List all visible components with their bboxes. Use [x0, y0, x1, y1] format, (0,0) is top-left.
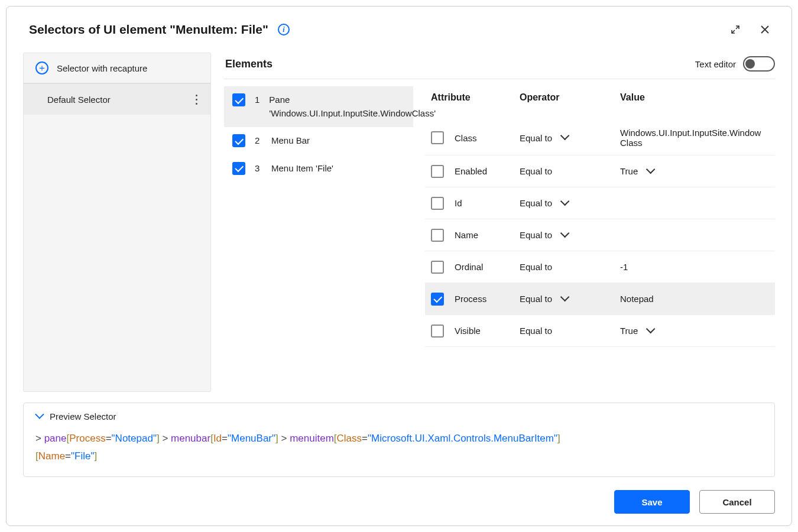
add-selector-label: Selector with recapture	[57, 63, 147, 73]
attribute-name: Class	[455, 133, 520, 143]
more-vertical-icon	[196, 93, 197, 106]
attribute-row[interactable]: VisibleEqual toTrue	[425, 315, 775, 347]
operator-cell[interactable]: Equal to	[520, 326, 620, 336]
attribute-name: Name	[455, 230, 520, 240]
attributes-panel: Attribute Operator Value ClassEqual toWi…	[413, 79, 775, 392]
operator-cell[interactable]: Equal to	[520, 294, 620, 304]
attribute-checkbox[interactable]	[431, 229, 444, 242]
element-row[interactable]: 1Pane 'Windows.UI.Input.InputSite.Window…	[224, 86, 413, 127]
operator-cell[interactable]: Equal to	[520, 166, 620, 176]
attribute-row[interactable]: OrdinalEqual to-1	[425, 251, 775, 283]
preview-heading: Preview Selector	[50, 411, 116, 421]
close-icon[interactable]	[755, 20, 775, 40]
sidebar-item-label: Default Selector	[47, 95, 111, 105]
operator-cell[interactable]: Equal to	[520, 133, 620, 143]
operator-cell[interactable]: Equal to	[520, 230, 620, 240]
chevron-down-icon[interactable]	[560, 199, 569, 207]
value-cell[interactable]: True	[620, 166, 769, 176]
operator-cell[interactable]: Equal to	[520, 198, 620, 208]
attribute-name: Visible	[455, 326, 520, 336]
preview-selector-panel: Preview Selector > pane[Process="Notepad…	[23, 403, 775, 477]
dialog-header: Selectors of UI element "MenuItem: File"…	[23, 16, 775, 46]
chevron-down-icon	[35, 412, 44, 420]
element-label: Pane 'Windows.UI.Input.InputSite.WindowC…	[269, 93, 436, 120]
plus-circle-icon: ＋	[35, 61, 48, 74]
cancel-button[interactable]: Cancel	[699, 490, 775, 514]
element-index: 2	[255, 134, 262, 145]
value-cell[interactable]: Windows.UI.Input.InputSite.WindowClass	[620, 128, 769, 148]
element-label: Menu Bar	[271, 134, 405, 148]
attribute-row[interactable]: ProcessEqual toNotepad	[425, 283, 775, 315]
more-options-button[interactable]	[188, 91, 205, 108]
add-selector-button[interactable]: ＋ Selector with recapture	[24, 53, 210, 84]
text-editor-label: Text editor	[695, 59, 736, 69]
col-value: Value	[620, 92, 769, 103]
element-row[interactable]: 3Menu Item 'File'	[224, 155, 413, 183]
operator-cell[interactable]: Equal to	[520, 262, 620, 272]
attribute-row[interactable]: ClassEqual toWindows.UI.Input.InputSite.…	[425, 121, 775, 155]
attribute-checkbox[interactable]	[431, 325, 444, 338]
attribute-checkbox[interactable]	[431, 131, 444, 144]
element-checkbox[interactable]	[232, 93, 245, 106]
attribute-name: Ordinal	[455, 262, 520, 272]
chevron-down-icon[interactable]	[646, 167, 654, 176]
elements-heading: Elements	[225, 58, 273, 70]
attribute-name: Id	[455, 198, 520, 208]
chevron-down-icon[interactable]	[560, 134, 569, 142]
attribute-checkbox[interactable]	[431, 293, 444, 306]
col-operator: Operator	[520, 92, 620, 103]
info-icon[interactable]: i	[278, 24, 290, 35]
attribute-name: Process	[455, 294, 520, 304]
selector-preview-text: > pane[Process="Notepad"] > menubar[Id="…	[35, 430, 763, 466]
attributes-header-row: Attribute Operator Value	[425, 87, 775, 121]
attribute-row[interactable]: EnabledEqual toTrue	[425, 155, 775, 187]
main-header: Elements Text editor	[224, 53, 775, 79]
chevron-down-icon[interactable]	[560, 231, 569, 239]
chevron-down-icon[interactable]	[560, 295, 569, 303]
text-editor-toggle[interactable]	[743, 56, 775, 72]
attribute-row[interactable]: NameEqual to	[425, 219, 775, 251]
attribute-name: Enabled	[455, 166, 520, 176]
selector-sidebar: ＋ Selector with recapture Default Select…	[23, 53, 211, 392]
element-checkbox[interactable]	[232, 162, 245, 175]
selector-builder-dialog: Selectors of UI element "MenuItem: File"…	[6, 6, 792, 526]
element-row[interactable]: 2Menu Bar	[224, 127, 413, 155]
main-panel: Elements Text editor 1Pane 'Windows.UI.I…	[224, 53, 775, 392]
attribute-checkbox[interactable]	[431, 197, 444, 210]
save-button[interactable]: Save	[614, 490, 690, 514]
preview-toggle[interactable]: Preview Selector	[35, 411, 763, 421]
element-checkbox[interactable]	[232, 134, 245, 147]
element-index: 1	[255, 93, 259, 105]
dialog-title: Selectors of UI element "MenuItem: File"	[29, 22, 268, 37]
elements-list: 1Pane 'Windows.UI.Input.InputSite.Window…	[224, 79, 413, 392]
element-index: 3	[255, 162, 262, 173]
attribute-row[interactable]: IdEqual to	[425, 187, 775, 219]
col-attribute: Attribute	[431, 92, 520, 103]
value-cell[interactable]: -1	[620, 262, 769, 272]
sidebar-item-default-selector[interactable]: Default Selector	[24, 84, 210, 115]
value-cell[interactable]: True	[620, 326, 769, 336]
expand-icon[interactable]	[725, 20, 745, 40]
element-label: Menu Item 'File'	[271, 162, 405, 176]
value-cell[interactable]: Notepad	[620, 294, 769, 304]
attribute-checkbox[interactable]	[431, 261, 444, 274]
chevron-down-icon[interactable]	[646, 327, 654, 335]
dialog-footer: Save Cancel	[23, 477, 775, 514]
attribute-checkbox[interactable]	[431, 165, 444, 178]
